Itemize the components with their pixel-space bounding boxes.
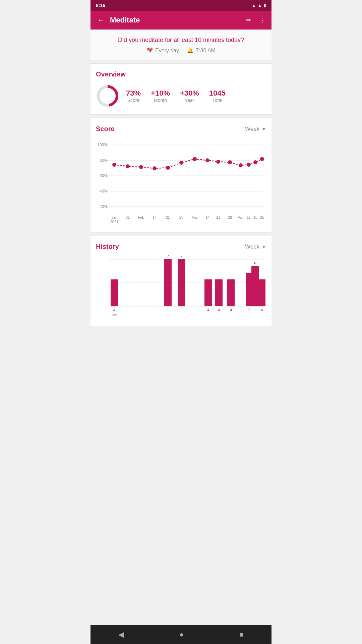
month-value: +10%	[151, 89, 170, 98]
battery-icon: ▮	[264, 3, 266, 8]
svg-text:60%: 60%	[100, 173, 108, 178]
svg-text:4: 4	[207, 308, 209, 312]
svg-text:4: 4	[230, 308, 232, 312]
svg-point-14	[139, 165, 143, 169]
month-label: Month	[151, 98, 170, 103]
stat-year: +30% Year	[180, 89, 199, 103]
svg-rect-60	[258, 279, 265, 306]
year-label: Year	[180, 98, 199, 103]
svg-point-21	[228, 160, 232, 164]
svg-text:14: 14	[205, 215, 209, 219]
svg-text:80%: 80%	[100, 158, 108, 163]
svg-text:21: 21	[216, 215, 220, 219]
svg-text:Jan: Jan	[111, 313, 117, 317]
score-chart: 100% 80% 60% 40% 20%	[96, 138, 266, 232]
svg-text:21: 21	[166, 215, 170, 219]
reminder-label: 7:30 AM	[196, 48, 216, 54]
toolbar-actions: ✏ ⋮	[244, 15, 267, 25]
history-period: Week	[245, 244, 259, 250]
header-card: Did you meditate for at least 10 minutes…	[90, 30, 272, 60]
back-button[interactable]: ←	[95, 13, 107, 27]
more-button[interactable]: ⋮	[258, 15, 267, 25]
toolbar: ← Meditate ✏ ⋮	[90, 11, 272, 30]
status-time: 8:16	[96, 3, 105, 8]
svg-point-15	[153, 166, 157, 170]
overview-card: Overview 73% Score +10% Month +30% Year …	[90, 63, 272, 115]
signal-icon: ▲	[258, 3, 262, 8]
stat-group: 73% Score +10% Month +30% Year 1045 Tota…	[126, 89, 266, 103]
svg-rect-46	[164, 259, 172, 306]
svg-text:18: 18	[253, 215, 257, 219]
svg-point-23	[247, 163, 251, 167]
stat-total: 1045 Total	[209, 89, 226, 103]
score-section: Score Week ▼ 100% 80% 60% 40% 20%	[90, 118, 272, 232]
svg-point-19	[205, 158, 209, 162]
svg-rect-50	[204, 279, 212, 306]
frequency-label: Every day	[155, 48, 179, 54]
year-value: +30%	[180, 89, 199, 98]
svg-text:5: 5	[248, 308, 250, 312]
svg-text:Jan: Jan	[111, 215, 117, 219]
stat-month: +10% Month	[151, 89, 170, 103]
svg-point-25	[260, 157, 264, 161]
history-header: History Week ▼	[96, 243, 266, 251]
score-dropdown[interactable]: Week ▼	[245, 126, 266, 132]
chevron-down-icon: ▼	[261, 126, 266, 132]
svg-rect-54	[227, 279, 235, 306]
svg-text:25: 25	[260, 215, 264, 219]
svg-text:11: 11	[247, 215, 251, 219]
history-title: History	[96, 243, 119, 251]
history-dropdown[interactable]: Week ▼	[245, 244, 266, 250]
status-icons: ▲ ▲ ▮	[252, 3, 266, 8]
edit-button[interactable]: ✏	[244, 15, 253, 25]
svg-point-13	[126, 164, 130, 168]
stat-score: 73% Score	[126, 89, 141, 103]
svg-text:2021: 2021	[110, 220, 118, 224]
bell-icon: 🔔	[187, 47, 194, 54]
svg-point-16	[166, 166, 170, 170]
svg-text:100%: 100%	[97, 143, 108, 147]
svg-text:28: 28	[228, 215, 232, 219]
svg-text:7: 7	[167, 254, 169, 258]
score-value: 73%	[126, 89, 141, 98]
svg-text:31: 31	[126, 215, 130, 219]
history-chart: 4 7 7 4 4 4 5 6 4	[96, 256, 266, 323]
calendar-icon: 📅	[146, 47, 153, 54]
svg-point-18	[193, 157, 197, 161]
history-section: History Week ▼ 4 7 7	[90, 236, 272, 326]
svg-point-20	[216, 160, 220, 164]
svg-text:4: 4	[261, 308, 263, 312]
svg-text:14: 14	[153, 215, 157, 219]
svg-point-24	[253, 160, 257, 164]
svg-text:28: 28	[179, 215, 183, 219]
wifi-icon: ▲	[252, 3, 256, 8]
score-title: Score	[96, 125, 115, 133]
chevron-down-icon: ▼	[261, 244, 266, 250]
donut-chart	[96, 84, 119, 108]
overview-stats: 73% Score +10% Month +30% Year 1045 Tota…	[96, 84, 266, 108]
svg-text:20%: 20%	[100, 204, 108, 209]
reminder-item: 🔔 7:30 AM	[187, 47, 216, 54]
score-period: Week	[245, 126, 259, 132]
svg-point-12	[112, 163, 116, 167]
total-label: Total	[209, 98, 226, 103]
status-bar: 8:16 ▲ ▲ ▮	[90, 0, 272, 11]
svg-point-22	[239, 163, 243, 167]
score-header: Score Week ▼	[96, 125, 266, 133]
svg-text:Apr: Apr	[238, 215, 243, 219]
svg-text:7: 7	[180, 254, 182, 258]
score-label: Score	[126, 98, 141, 103]
svg-text:4: 4	[113, 308, 115, 312]
svg-text:Feb: Feb	[138, 215, 144, 219]
svg-rect-58	[251, 266, 259, 306]
svg-text:Mar: Mar	[192, 215, 198, 219]
overview-title: Overview	[96, 70, 266, 78]
svg-text:4: 4	[218, 308, 220, 312]
svg-rect-52	[215, 279, 223, 306]
svg-rect-48	[178, 259, 185, 306]
svg-rect-44	[111, 279, 118, 306]
habit-question: Did you meditate for at least 10 minutes…	[96, 36, 266, 44]
svg-point-17	[179, 161, 183, 165]
habit-meta: 📅 Every day 🔔 7:30 AM	[96, 47, 266, 54]
frequency-item: 📅 Every day	[146, 47, 179, 54]
